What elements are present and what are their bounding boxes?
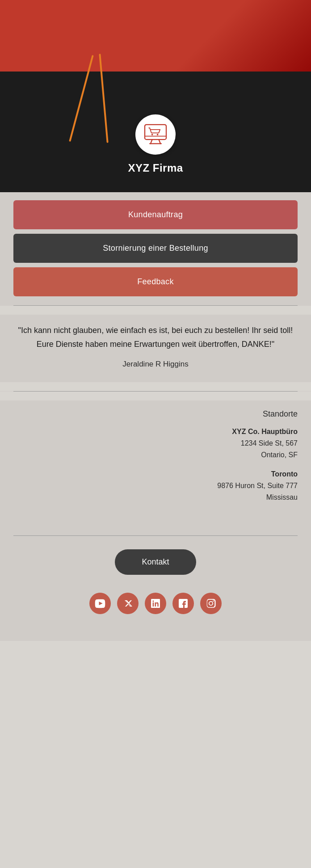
testimonial-author: Jeraldine R Higgins: [13, 360, 298, 369]
locations-title: Standorte: [13, 409, 298, 419]
testimonial-divider: [13, 391, 298, 392]
hero-title: XYZ Firma: [128, 162, 183, 174]
footer-divider: [13, 535, 298, 536]
kontakt-button[interactable]: Kontakt: [115, 549, 196, 575]
youtube-icon[interactable]: [89, 593, 111, 614]
instagram-icon[interactable]: [200, 593, 222, 614]
location-toronto: Toronto 9876 Huron St, Suite 777 Mississ…: [13, 470, 298, 503]
x-twitter-icon[interactable]: [117, 593, 139, 614]
testimonial-section: "Ich kann nicht glauben, wie einfach es …: [0, 315, 311, 382]
buttons-divider: [13, 305, 298, 306]
buttons-section: Kundenauftrag Stornierung einer Bestellu…: [0, 192, 311, 306]
footer-section: Kontakt: [0, 527, 311, 628]
location-2-name: Toronto: [13, 470, 298, 478]
locations-section: Standorte XYZ Co. Hauptbüro 1234 Side St…: [0, 400, 311, 526]
location-2-line1: 9876 Huron St, Suite 777: [13, 480, 298, 492]
svg-line-2: [151, 139, 152, 143]
social-icons-row: [13, 593, 298, 614]
location-2-line2: Mississau: [13, 492, 298, 503]
cart-icon: [143, 124, 168, 145]
bottom-padding: [0, 628, 311, 641]
hero-section: XYZ Firma: [0, 0, 311, 192]
facebook-icon[interactable]: [172, 593, 194, 614]
svg-point-6: [157, 134, 159, 135]
location-1-name: XYZ Co. Hauptbüro: [13, 428, 298, 436]
stornierung-button[interactable]: Stornierung einer Bestellung: [13, 234, 298, 263]
kundenauftrag-button[interactable]: Kundenauftrag: [13, 200, 298, 229]
logo-circle: [135, 114, 176, 155]
testimonial-quote: "Ich kann nicht glauben, wie einfach es …: [13, 324, 298, 351]
svg-line-3: [159, 139, 160, 143]
location-1-line1: 1234 Side St, 567: [13, 438, 298, 449]
location-hauptbuero: XYZ Co. Hauptbüro 1234 Side St, 567 Onta…: [13, 428, 298, 460]
location-1-line2: Ontario, SF: [13, 449, 298, 461]
feedback-button[interactable]: Feedback: [13, 267, 298, 296]
svg-point-5: [151, 134, 153, 135]
svg-rect-0: [145, 125, 166, 139]
linkedin-icon[interactable]: [145, 593, 166, 614]
